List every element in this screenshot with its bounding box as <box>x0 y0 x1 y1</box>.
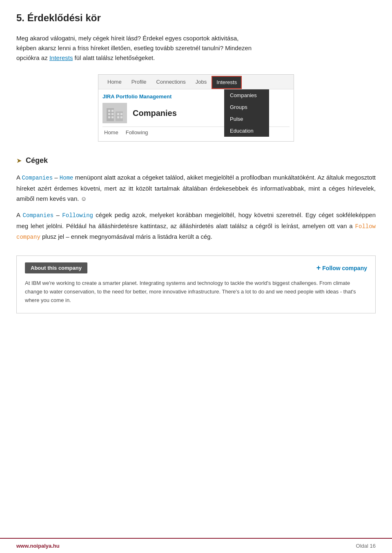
nav-connections[interactable]: Connections <box>151 75 191 89</box>
p2-prefix: A <box>16 211 23 218</box>
companies-title: Companies <box>133 109 177 118</box>
interests-dropdown: Companies Groups Pulse Education <box>224 89 269 137</box>
arrow-icon: ➤ <box>16 157 22 164</box>
p2-company: company <box>16 234 40 240</box>
svg-rect-10 <box>117 116 119 118</box>
company-card-header: About this company + Follow company <box>25 262 367 273</box>
svg-rect-2 <box>108 110 110 112</box>
nav-interests[interactable]: Interests <box>212 76 242 89</box>
subnav-following[interactable]: Following <box>126 129 148 137</box>
svg-rect-3 <box>111 110 114 112</box>
p1-prefix: A <box>16 174 22 181</box>
svg-rect-11 <box>120 116 122 118</box>
intro-line1: Meg akarod válogatni, mely cégek híreit … <box>16 35 238 42</box>
intro-line3: opciókra az <box>16 54 48 61</box>
cegek-title: Cégek <box>26 156 48 165</box>
cegek-heading: ➤ Cégek <box>16 156 376 165</box>
svg-rect-8 <box>117 113 119 115</box>
intro-line2: képben akarsz lenni a friss híreket ille… <box>16 44 252 51</box>
intro-line4: fül alatt találsz lehetőségeket. <box>75 54 155 61</box>
svg-rect-6 <box>108 116 110 118</box>
dropdown-education[interactable]: Education <box>224 125 269 137</box>
page-footer: www.noipalya.hu Oldal 16 <box>0 538 392 553</box>
svg-rect-7 <box>111 116 114 118</box>
svg-rect-5 <box>111 113 114 115</box>
svg-rect-9 <box>120 113 122 115</box>
p2-follow: Follow <box>355 223 376 230</box>
companies-icon <box>102 103 127 123</box>
about-badge: About this company <box>25 262 87 273</box>
p1-home: Home <box>60 175 74 181</box>
follow-label: Follow company <box>322 265 367 271</box>
footer-page: Oldal 16 <box>356 543 376 549</box>
svg-rect-4 <box>108 113 110 115</box>
nav-profile[interactable]: Profile <box>127 75 151 89</box>
subnav-home[interactable]: Home <box>104 129 118 137</box>
paragraph-2: A Companies – Following cégek pedig azok… <box>16 210 376 242</box>
p2-following: Following <box>62 212 93 219</box>
p1-companies: Companies <box>22 175 53 181</box>
follow-company-button[interactable]: + Follow company <box>316 264 367 272</box>
plus-icon: + <box>316 264 321 272</box>
linkedin-nav: Home Profile Connections Jobs Interests … <box>98 75 294 89</box>
paragraph-1: A Companies – Home menüpont alatt azokat… <box>16 172 376 204</box>
company-card: About this company + Follow company At I… <box>16 255 376 313</box>
p2-end: plusz jel – ennek megnyomásával máris a … <box>40 233 212 240</box>
dropdown-companies[interactable]: Companies <box>224 89 269 101</box>
section-title: 5. Érdeklődési kör <box>16 12 376 24</box>
linkedin-screenshot: Home Profile Connections Jobs Interests … <box>98 74 294 142</box>
p2-companies: Companies <box>23 212 54 219</box>
footer-url: www.noipalya.hu <box>16 543 60 549</box>
intro-paragraph: Meg akarod válogatni, mely cégek híreit … <box>16 33 376 63</box>
nav-jobs[interactable]: Jobs <box>191 75 212 89</box>
interests-link[interactable]: Interests <box>49 54 73 61</box>
company-card-description: At IBM we're working to create a smarter… <box>25 279 367 304</box>
nav-home[interactable]: Home <box>102 75 127 89</box>
dropdown-pulse[interactable]: Pulse <box>224 113 269 125</box>
smile-icon: ☺ <box>81 195 87 202</box>
dropdown-groups[interactable]: Groups <box>224 101 269 113</box>
